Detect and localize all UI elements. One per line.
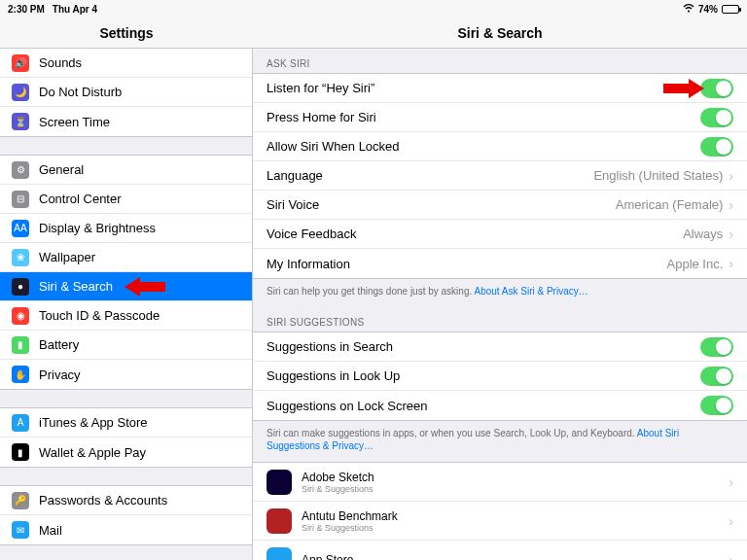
setting-row-siri-voice[interactable]: Siri VoiceAmerican (Female)› — [253, 191, 747, 220]
setting-row-press-home-for-siri[interactable]: Press Home for Siri — [253, 103, 747, 132]
sidebar-item-do-not-disturb[interactable]: 🌙Do Not Disturb — [0, 78, 252, 107]
sidebar-item-label: General — [39, 162, 240, 177]
sidebar-icon: ● — [12, 278, 29, 296]
detail-pane: ASK SIRI Listen for “Hey Siri”Press Home… — [253, 49, 747, 560]
svg-marker-0 — [124, 277, 165, 297]
ask-siri-privacy-link[interactable]: About Ask Siri & Privacy… — [474, 286, 587, 297]
setting-value: American (Female) — [616, 197, 724, 212]
sidebar-item-label: Screen Time — [39, 115, 240, 129]
sidebar-item-label: Wallet & Apple Pay — [39, 445, 240, 460]
sidebar-item-passwords-accounts[interactable]: 🔑Passwords & Accounts — [0, 486, 252, 515]
sidebar-item-label: Display & Brightness — [39, 221, 240, 235]
setting-label: Language — [267, 168, 593, 183]
setting-row-suggestions-on-lock-screen[interactable]: Suggestions on Lock Screen — [253, 391, 747, 420]
toggle-switch[interactable] — [700, 396, 733, 415]
wifi-icon — [683, 4, 694, 15]
sidebar-item-general[interactable]: ⚙General — [0, 156, 252, 185]
app-name: Antutu Benchmark — [302, 509, 729, 523]
setting-value: Always — [683, 227, 723, 241]
setting-value: Apple Inc. — [667, 257, 724, 271]
sidebar-item-privacy[interactable]: ✋Privacy — [0, 360, 252, 389]
sidebar-icon: ✋ — [12, 366, 29, 383]
sidebar-item-label: Wallpaper — [39, 250, 240, 264]
sidebar-item-mail[interactable]: ✉Mail — [0, 515, 252, 544]
sidebar-icon: 🔊 — [12, 54, 29, 72]
sidebar-item-label: Passwords & Accounts — [39, 493, 240, 508]
app-icon — [267, 508, 292, 534]
setting-row-my-information[interactable]: My InformationApple Inc.› — [253, 249, 747, 278]
sidebar-icon: ▮ — [12, 443, 29, 461]
sidebar-item-sounds[interactable]: 🔊Sounds — [0, 49, 252, 78]
sidebar-icon: 🌙 — [12, 84, 29, 101]
sidebar-item-label: Do Not Disturb — [39, 85, 240, 99]
setting-label: Siri Voice — [267, 197, 616, 212]
chevron-right-icon: › — [729, 256, 733, 271]
app-subtitle: Siri & Suggestions — [302, 523, 729, 533]
sidebar-item-label: Sounds — [39, 55, 240, 70]
chevron-right-icon: › — [729, 227, 733, 242]
sidebar-item-wallpaper[interactable]: ❀Wallpaper — [0, 243, 252, 272]
sidebar-icon: ▮ — [12, 336, 29, 354]
setting-row-allow-siri-when-locked[interactable]: Allow Siri When Locked — [253, 132, 747, 161]
section-header-ask-siri: ASK SIRI — [253, 49, 747, 73]
sidebar-icon: 🔑 — [12, 492, 29, 509]
setting-label: Press Home for Siri — [267, 110, 700, 124]
section-header-suggestions: SIRI SUGGESTIONS — [253, 307, 747, 332]
toggle-switch[interactable] — [700, 367, 733, 386]
chevron-right-icon: › — [729, 552, 733, 561]
setting-label: Suggestions in Search — [267, 339, 700, 354]
sidebar-item-itunes-app-store[interactable]: AiTunes & App Store — [0, 408, 252, 438]
sidebar-item-control-center[interactable]: ⊟Control Center — [0, 185, 252, 214]
setting-row-suggestions-in-search[interactable]: Suggestions in Search — [253, 332, 747, 362]
setting-row-listen-for-hey-siri-[interactable]: Listen for “Hey Siri” — [253, 74, 747, 103]
setting-row-suggestions-in-look-up[interactable]: Suggestions in Look Up — [253, 362, 747, 391]
sidebar-item-battery[interactable]: ▮Battery — [0, 331, 252, 360]
sidebar-icon: AA — [12, 220, 29, 237]
sidebar-item-label: Battery — [39, 337, 240, 352]
app-subtitle: Siri & Suggestions — [302, 484, 729, 494]
setting-label: Suggestions in Look Up — [267, 368, 700, 383]
status-bar: 2:30 PM Thu Apr 4 74% — [0, 0, 747, 18]
app-name: Adobe Sketch — [302, 471, 729, 484]
header-detail-title: Siri & Search — [253, 18, 747, 48]
chevron-right-icon: › — [729, 513, 733, 529]
section-footer-suggestions: Siri can make suggestions in apps, or wh… — [253, 421, 747, 462]
sidebar-icon: ⚙ — [12, 161, 29, 179]
toggle-switch[interactable] — [700, 108, 733, 127]
sidebar-icon: ❀ — [12, 249, 29, 266]
app-row-antutu-benchmark[interactable]: Antutu BenchmarkSiri & Suggestions› — [253, 502, 747, 541]
sidebar-item-label: Control Center — [39, 192, 240, 206]
sidebar-item-siri-search[interactable]: ●Siri & Search — [0, 272, 252, 301]
setting-value: English (United States) — [593, 168, 723, 183]
setting-label: My Information — [267, 257, 667, 271]
header: Settings Siri & Search — [0, 18, 747, 49]
setting-label: Suggestions on Lock Screen — [267, 399, 700, 413]
svg-marker-1 — [663, 79, 704, 98]
battery-icon — [722, 5, 739, 14]
sidebar: 🔊Sounds🌙Do Not Disturb⏳Screen Time ⚙Gene… — [0, 49, 253, 560]
toggle-switch[interactable] — [700, 337, 733, 357]
setting-row-voice-feedback[interactable]: Voice FeedbackAlways› — [253, 220, 747, 249]
sidebar-icon: ✉ — [12, 521, 29, 539]
setting-row-language[interactable]: LanguageEnglish (United States)› — [253, 161, 747, 191]
sidebar-item-label: Mail — [39, 523, 240, 538]
sidebar-item-label: Privacy — [39, 368, 240, 382]
app-icon — [267, 470, 292, 495]
sidebar-icon: ◉ — [12, 307, 29, 325]
toggle-switch[interactable] — [700, 137, 733, 157]
battery-percent: 74% — [698, 4, 718, 15]
sidebar-item-display-brightness[interactable]: AADisplay & Brightness — [0, 214, 252, 243]
toggle-switch[interactable] — [700, 79, 733, 98]
status-time: 2:30 PM — [8, 4, 45, 15]
sidebar-item-label: Touch ID & Passcode — [39, 308, 240, 323]
app-row-app-store[interactable]: App Store› — [253, 541, 747, 560]
app-row-adobe-sketch[interactable]: Adobe SketchSiri & Suggestions› — [253, 463, 747, 502]
section-footer-ask-siri: Siri can help you get things done just b… — [253, 279, 747, 307]
sidebar-item-wallet-apple-pay[interactable]: ▮Wallet & Apple Pay — [0, 438, 252, 467]
setting-label: Voice Feedback — [267, 227, 683, 241]
chevron-right-icon: › — [729, 168, 733, 184]
setting-label: Listen for “Hey Siri” — [267, 81, 700, 95]
sidebar-item-touch-id-passcode[interactable]: ◉Touch ID & Passcode — [0, 301, 252, 331]
sidebar-item-screen-time[interactable]: ⏳Screen Time — [0, 107, 252, 136]
sidebar-icon: ⊟ — [12, 191, 29, 208]
